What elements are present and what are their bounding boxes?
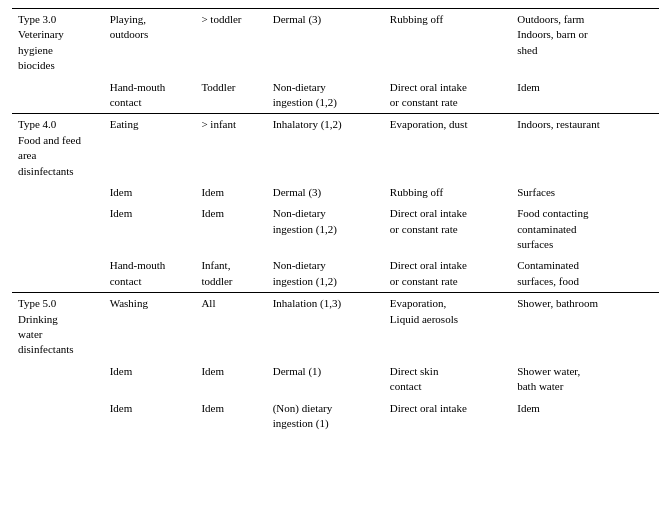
cell-r0-c4: Rubbing off	[384, 9, 511, 77]
cell-r5-c3: Non-dietaryingestion (1,2)	[267, 255, 384, 292]
cell-r1-c0	[12, 77, 104, 114]
cell-r0-c3: Dermal (3)	[267, 9, 384, 77]
cell-r8-c4: Direct oral intake	[384, 398, 511, 435]
cell-r4-c1: Idem	[104, 203, 196, 255]
cell-r8-c5: Idem	[511, 398, 659, 435]
cell-r6-c4: Evaporation,Liquid aerosols	[384, 293, 511, 361]
cell-r8-c3: (Non) dietaryingestion (1)	[267, 398, 384, 435]
cell-r5-c4: Direct oral intakeor constant rate	[384, 255, 511, 292]
cell-r7-c3: Dermal (1)	[267, 361, 384, 398]
cell-r0-c0: Type 3.0Veterinaryhygienebiocides	[12, 9, 104, 77]
cell-r3-c5: Surfaces	[511, 182, 659, 203]
main-table: Type 3.0VeterinaryhygienebiocidesPlaying…	[12, 8, 659, 434]
cell-r6-c5: Shower, bathroom	[511, 293, 659, 361]
cell-r4-c0	[12, 203, 104, 255]
cell-r7-c2: Idem	[195, 361, 266, 398]
cell-r3-c4: Rubbing off	[384, 182, 511, 203]
cell-r7-c0	[12, 361, 104, 398]
cell-r6-c0: Type 5.0Drinkingwaterdisinfectants	[12, 293, 104, 361]
cell-r2-c2: > infant	[195, 114, 266, 182]
cell-r7-c1: Idem	[104, 361, 196, 398]
cell-r2-c3: Inhalatory (1,2)	[267, 114, 384, 182]
cell-r3-c1: Idem	[104, 182, 196, 203]
cell-r7-c5: Shower water,bath water	[511, 361, 659, 398]
cell-r4-c5: Food contactingcontaminatedsurfaces	[511, 203, 659, 255]
cell-r4-c3: Non-dietaryingestion (1,2)	[267, 203, 384, 255]
cell-r3-c0	[12, 182, 104, 203]
cell-r0-c2: > toddler	[195, 9, 266, 77]
cell-r6-c1: Washing	[104, 293, 196, 361]
cell-r1-c2: Toddler	[195, 77, 266, 114]
cell-r5-c1: Hand-mouthcontact	[104, 255, 196, 292]
cell-r8-c0	[12, 398, 104, 435]
cell-r3-c3: Dermal (3)	[267, 182, 384, 203]
cell-r1-c4: Direct oral intakeor constant rate	[384, 77, 511, 114]
cell-r6-c3: Inhalation (1,3)	[267, 293, 384, 361]
cell-r4-c4: Direct oral intakeor constant rate	[384, 203, 511, 255]
cell-r1-c5: Idem	[511, 77, 659, 114]
cell-r2-c5: Indoors, restaurant	[511, 114, 659, 182]
cell-r5-c0	[12, 255, 104, 292]
cell-r2-c1: Eating	[104, 114, 196, 182]
cell-r3-c2: Idem	[195, 182, 266, 203]
cell-r8-c1: Idem	[104, 398, 196, 435]
cell-r1-c1: Hand-mouthcontact	[104, 77, 196, 114]
cell-r2-c0: Type 4.0Food and feedareadisinfectants	[12, 114, 104, 182]
cell-r0-c1: Playing,outdoors	[104, 9, 196, 77]
cell-r8-c2: Idem	[195, 398, 266, 435]
cell-r7-c4: Direct skincontact	[384, 361, 511, 398]
cell-r2-c4: Evaporation, dust	[384, 114, 511, 182]
cell-r1-c3: Non-dietaryingestion (1,2)	[267, 77, 384, 114]
cell-r4-c2: Idem	[195, 203, 266, 255]
cell-r5-c5: Contaminatedsurfaces, food	[511, 255, 659, 292]
cell-r5-c2: Infant,toddler	[195, 255, 266, 292]
cell-r6-c2: All	[195, 293, 266, 361]
cell-r0-c5: Outdoors, farmIndoors, barn orshed	[511, 9, 659, 77]
